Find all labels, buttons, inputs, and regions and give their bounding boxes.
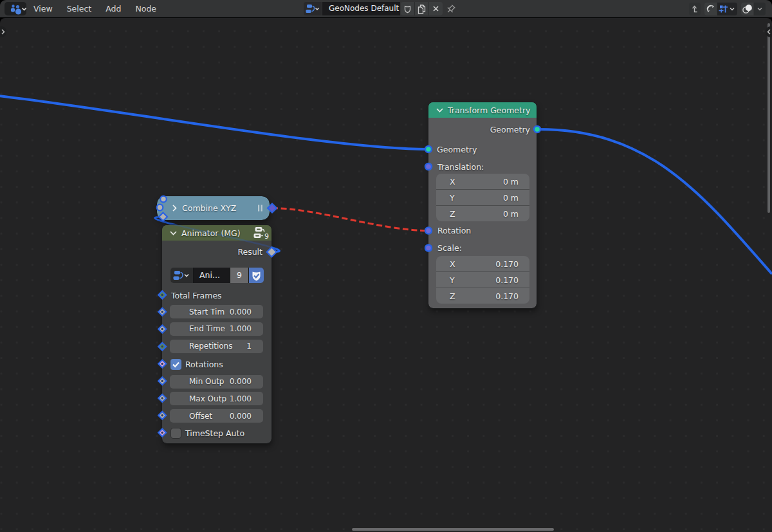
snap-grid-icon — [717, 3, 737, 15]
total-frames-label: Total Frames — [171, 291, 222, 300]
node-links-layer — [0, 18, 772, 532]
timestep-checkbox-row: TimeStep Auto — [170, 427, 244, 440]
editor-type-selector[interactable] — [5, 2, 26, 15]
menu-view[interactable]: View — [26, 4, 60, 14]
parent-arrow-icon — [689, 3, 701, 15]
offset-field[interactable]: Offset0.000 — [170, 409, 263, 423]
geometry-nodes-editor-icon — [5, 2, 26, 15]
node-tree-id-buttons — [401, 2, 443, 15]
scale-x-field[interactable]: X0.170 — [436, 256, 529, 271]
vertical-scrollbar[interactable] — [767, 23, 770, 213]
node-tree-icon — [304, 2, 322, 15]
pin-icon[interactable] — [444, 3, 458, 15]
rotations-checkbox[interactable] — [170, 359, 181, 370]
node-tree-icon — [170, 268, 193, 283]
checkmark-icon — [170, 359, 181, 370]
overlays-dropdown[interactable] — [754, 3, 766, 15]
input-geometry-label: Geometry — [437, 145, 477, 154]
translation-y-field[interactable]: Y0 m — [436, 189, 529, 205]
rotations-label: Rotations — [185, 360, 223, 369]
id-fake-user-toggle[interactable] — [249, 268, 264, 283]
snap-target-dropdown[interactable] — [717, 3, 737, 15]
shield-check-icon — [249, 268, 264, 283]
chevron-down-icon — [23, 8, 26, 10]
id-users-count[interactable]: 9 — [230, 268, 249, 283]
unlink-button[interactable] — [428, 2, 443, 15]
fake-user-shield-button[interactable] — [401, 2, 414, 15]
start-time-field[interactable]: Start Tim0.000 — [170, 305, 263, 318]
snap-toggle-button[interactable] — [704, 3, 717, 15]
expand-chevron-icon[interactable] — [169, 196, 182, 220]
timestep-label: TimeStep Auto — [185, 428, 244, 438]
node-combine-xyz[interactable]: Combine XYZ — [157, 196, 270, 220]
animation-id-selector: Ani... 9 — [170, 268, 264, 283]
menu-add[interactable]: Add — [98, 4, 128, 14]
result-output-label: Result — [237, 248, 262, 256]
menu-select[interactable]: Select — [60, 4, 99, 14]
link-invalid-vector-to-rotation[interactable] — [272, 208, 428, 231]
translation-x-field[interactable]: X0 m — [436, 174, 529, 189]
id-browse-button[interactable] — [170, 268, 194, 283]
menu-bar: View Select Add Node — [26, 0, 163, 17]
parent-node-tree-button[interactable] — [689, 3, 701, 15]
node-animator-header[interactable]: Animator (MG) 9 — [162, 225, 271, 241]
sidebar-expand-tab[interactable] — [766, 26, 772, 37]
end-time-field[interactable]: End Time1.000 — [170, 322, 263, 336]
scale-z-field[interactable]: Z0.170 — [436, 288, 529, 304]
chevron-down-icon — [730, 8, 734, 10]
id-name-field[interactable]: Ani... — [194, 268, 230, 283]
node-transform-geometry[interactable]: Transform Geometry Geometry Geometry Tra… — [428, 102, 537, 308]
overlays-widget — [741, 3, 766, 15]
node-title: Combine XYZ — [182, 203, 236, 213]
shield-icon — [401, 2, 414, 15]
node-transform-header[interactable]: Transform Geometry — [428, 102, 537, 118]
snapping-widget — [704, 3, 737, 15]
overlays-toggle-button[interactable] — [741, 3, 753, 15]
node-editor-canvas[interactable]: Transform Geometry Geometry Geometry Tra… — [0, 18, 772, 532]
overlays-icon — [741, 3, 753, 15]
link-geometry-in[interactable] — [0, 96, 428, 149]
editor-header-bar: View Select Add Node GeoNodes Default — [0, 0, 772, 17]
chevron-down-icon — [754, 3, 766, 15]
collapse-chevron-icon[interactable] — [167, 225, 180, 241]
chevron-down-icon — [316, 8, 319, 10]
node-group-users-badge: 9 — [264, 232, 269, 241]
output-geometry-label: Geometry — [490, 125, 530, 134]
rotations-checkbox-row: Rotations — [170, 358, 223, 371]
toolbar-expand-tab[interactable] — [0, 26, 6, 37]
timestep-checkbox[interactable] — [170, 428, 181, 439]
translation-label: Translation: — [437, 163, 484, 171]
copy-icon — [415, 2, 428, 15]
scale-vector-fields: X0.170 Y0.170 Z0.170 — [436, 256, 529, 304]
node-tree-browse-button[interactable] — [304, 2, 322, 15]
node-animator-mg[interactable]: Animator (MG) 9 Result Ani... — [162, 225, 271, 443]
close-icon — [429, 2, 443, 15]
magnet-icon — [704, 3, 717, 15]
node-group-icon — [253, 225, 273, 241]
chevron-down-icon — [185, 275, 188, 277]
link-geometry-out[interactable] — [538, 129, 772, 274]
node-title: Transform Geometry — [448, 105, 530, 115]
horizontal-scrollbar[interactable] — [352, 528, 554, 531]
rotation-label: Rotation — [437, 226, 471, 235]
chevron-right-icon — [2, 30, 5, 34]
hidden-sockets-marks — [257, 196, 266, 220]
min-output-field[interactable]: Min Outp0.000 — [170, 375, 263, 389]
chevron-left-icon — [768, 30, 771, 34]
translation-z-field[interactable]: Z0 m — [436, 205, 529, 221]
node-tree-id-widget: GeoNodes Default — [304, 2, 443, 15]
translation-vector-fields: X0 m Y0 m Z0 m — [436, 174, 529, 221]
collapse-chevron-icon[interactable] — [434, 102, 446, 118]
new-copy-button[interactable] — [414, 2, 428, 15]
scale-label: Scale: — [437, 244, 462, 252]
node-tree-name-field[interactable]: GeoNodes Default — [322, 2, 400, 15]
menu-node[interactable]: Node — [128, 4, 163, 14]
scale-y-field[interactable]: Y0.170 — [436, 271, 529, 288]
max-output-field[interactable]: Max Outp1.000 — [170, 392, 263, 405]
repetitions-field[interactable]: Repetitions1 — [170, 340, 263, 353]
node-title: Animator (MG) — [181, 228, 241, 238]
